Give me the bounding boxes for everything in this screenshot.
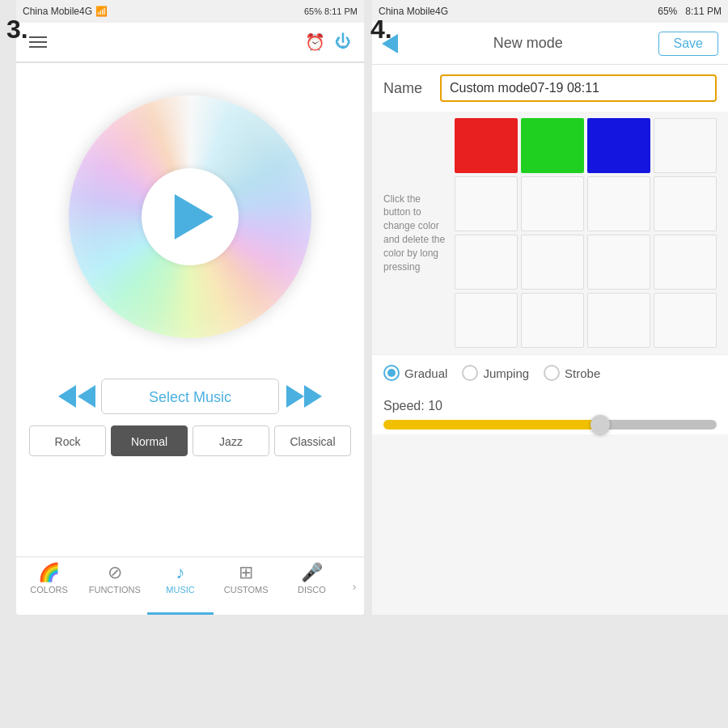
- colors-label: COLORS: [30, 585, 67, 595]
- color-cell-empty-3[interactable]: [587, 176, 650, 231]
- color-cell-blue[interactable]: [587, 118, 650, 173]
- radio-circle-strobe: [544, 365, 560, 381]
- carrier-info: China Mobile4G 📶: [23, 6, 108, 17]
- status-right: 65% 8:11 PM: [304, 6, 358, 16]
- color-cell-empty-4[interactable]: [654, 176, 717, 231]
- colors-icon: 🌈: [38, 562, 60, 583]
- prev-arrow-2: [78, 385, 95, 408]
- prev-arrow-1: [58, 385, 76, 408]
- genre-tab-classical[interactable]: Classical: [274, 425, 351, 456]
- nav-item-music[interactable]: ♪ MUSIC: [147, 557, 213, 615]
- status-info-right: 65% 8:11 PM: [658, 6, 722, 17]
- customs-underline: [214, 612, 279, 615]
- color-cell-empty-10[interactable]: [521, 293, 584, 348]
- color-cell-empty-5[interactable]: [455, 235, 518, 290]
- bottom-nav: 🌈 COLORS ⊘ FUNCTIONS ♪ MUSIC ⊞ CUSTOMS 🎤…: [16, 557, 364, 615]
- carrier-name: China Mobile4G: [23, 6, 92, 17]
- music-label: MUSIC: [166, 585, 194, 595]
- genre-tab-rock[interactable]: Rock: [29, 425, 106, 456]
- speed-label: Speed: 10: [383, 399, 717, 413]
- color-cell-red[interactable]: [455, 118, 518, 173]
- music-disc: [69, 95, 311, 338]
- disco-label: DISCO: [298, 585, 326, 595]
- mode-name-input[interactable]: [440, 74, 717, 102]
- status-bar-left: China Mobile4G 📶 65% 8:11 PM: [16, 0, 364, 23]
- time-display: 8:11 PM: [324, 6, 358, 16]
- network-icon: 📶: [95, 6, 108, 17]
- prev-track-button[interactable]: [61, 380, 93, 413]
- toolbar-icons: ⏰ ⏻: [305, 32, 351, 52]
- color-cell-white[interactable]: [654, 118, 717, 173]
- nav-item-disco[interactable]: 🎤 DISCO: [279, 557, 345, 615]
- genre-tab-jazz[interactable]: Jazz: [193, 425, 269, 456]
- color-cell-empty-1[interactable]: [455, 176, 518, 231]
- radio-circle-jumping: [462, 365, 478, 381]
- customs-icon: ⊞: [239, 562, 253, 583]
- color-hint-text: Click the button to change color and del…: [383, 118, 448, 348]
- power-icon[interactable]: ⏻: [335, 32, 351, 52]
- right-panel: China Mobile4G 65% 8:11 PM New mode Save…: [372, 0, 728, 615]
- toolbar-left: ⏰ ⏻: [16, 23, 364, 63]
- play-button[interactable]: [175, 194, 214, 239]
- genre-tab-normal[interactable]: Normal: [111, 425, 188, 456]
- color-grid-container: Click the button to change color and del…: [372, 112, 728, 354]
- functions-label: FUNCTIONS: [89, 585, 141, 595]
- color-cell-empty-11[interactable]: [587, 293, 650, 348]
- color-cell-empty-7[interactable]: [587, 235, 650, 290]
- expand-icon: ›: [353, 580, 357, 593]
- battery-right: 65%: [658, 6, 677, 17]
- functions-underline: [82, 612, 147, 615]
- hamburger-button[interactable]: [29, 36, 47, 48]
- step4-label: 4.: [370, 15, 392, 44]
- genre-tabs: Rock Normal Jazz Classical: [16, 425, 364, 456]
- hamburger-line1: [29, 36, 47, 38]
- name-label: Name: [383, 80, 432, 97]
- radio-label-strobe: Strobe: [565, 366, 600, 380]
- color-cell-empty-9[interactable]: [455, 293, 518, 348]
- radio-gradual[interactable]: Gradual: [383, 365, 447, 381]
- speed-slider-thumb[interactable]: [590, 415, 610, 434]
- next-arrow-2: [304, 385, 322, 408]
- select-music-button[interactable]: Select Music: [101, 379, 279, 414]
- color-cell-empty-6[interactable]: [521, 235, 584, 290]
- music-icon: ♪: [176, 562, 185, 583]
- battery-level: 65%: [304, 6, 322, 16]
- radio-strobe[interactable]: Strobe: [544, 365, 600, 381]
- nav-item-functions[interactable]: ⊘ FUNCTIONS: [82, 557, 147, 615]
- radio-label-jumping: Jumping: [483, 366, 529, 380]
- step3-label: 3.: [6, 15, 28, 44]
- status-bar-right: China Mobile4G 65% 8:11 PM: [372, 0, 728, 23]
- new-mode-title: New mode: [493, 35, 563, 52]
- disco-icon: 🎤: [301, 562, 323, 583]
- name-row: Name: [372, 65, 728, 112]
- disc-container: [16, 63, 364, 370]
- time-right: 8:11 PM: [685, 6, 722, 17]
- speed-row: Speed: 10: [372, 391, 728, 434]
- hamburger-line2: [29, 41, 47, 43]
- color-cell-empty-12[interactable]: [654, 293, 717, 348]
- hamburger-line3: [29, 46, 47, 48]
- nav-expand-button[interactable]: ›: [345, 557, 364, 615]
- radio-row: Gradual Jumping Strobe: [372, 354, 728, 391]
- radio-jumping[interactable]: Jumping: [462, 365, 529, 381]
- next-track-button[interactable]: [287, 380, 320, 413]
- customs-label: CUSTOMS: [224, 585, 269, 595]
- radio-label-gradual: Gradual: [404, 366, 447, 380]
- save-button[interactable]: Save: [658, 32, 718, 56]
- speed-slider-track[interactable]: [383, 420, 717, 430]
- next-arrow-1: [286, 385, 304, 408]
- color-cell-empty-2[interactable]: [521, 176, 584, 231]
- color-grid: [455, 118, 717, 348]
- disco-underline: [279, 612, 345, 615]
- nav-item-customs[interactable]: ⊞ CUSTOMS: [214, 557, 279, 615]
- nav-item-colors[interactable]: 🌈 COLORS: [16, 557, 82, 615]
- toolbar-right: New mode Save: [372, 23, 728, 65]
- color-cell-empty-8[interactable]: [654, 235, 717, 290]
- left-panel: China Mobile4G 📶 65% 8:11 PM ⏰ ⏻: [16, 0, 364, 615]
- alarm-icon[interactable]: ⏰: [305, 32, 325, 52]
- functions-icon: ⊘: [108, 562, 122, 583]
- color-cell-green[interactable]: [521, 118, 584, 173]
- select-music-row: Select Music: [16, 370, 364, 422]
- radio-circle-gradual: [383, 365, 400, 381]
- music-underline: [147, 612, 213, 615]
